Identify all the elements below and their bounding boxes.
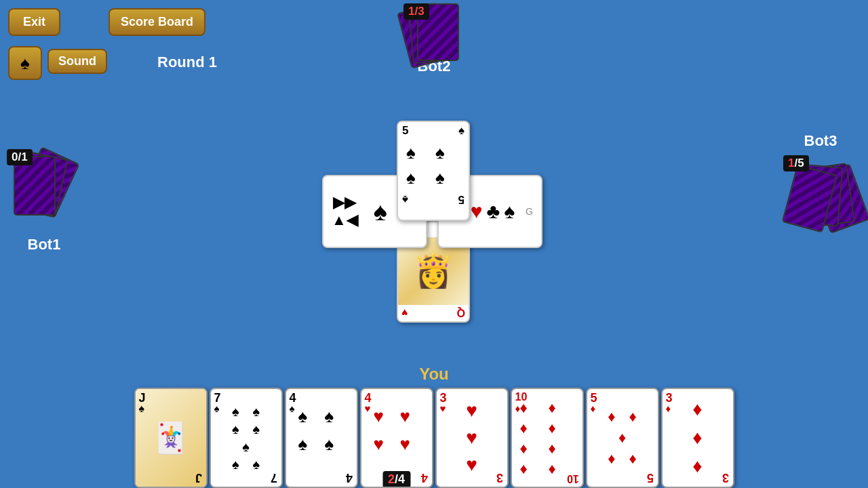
sound-button[interactable]: Sound [47,49,107,74]
player-card-3-diamonds[interactable]: 3 ♦ ♦♦♦ 3 [661,388,734,488]
5spades-suit-top: ♠ [458,124,465,138]
play-area: 5 ♠ ♠♠ ♠♠ 5 ♠ ▶▶ ▲◀ ♠ ◀◀ ◆3 ♥ ♣ [329,121,539,317]
5spades-rank-bottom: 5 [458,192,465,206]
player-card-jack-spades[interactable]: J ♠ 🃏 J [134,388,208,488]
bot3-score-badge: 1/5 [783,155,809,171]
player-card-4-hearts[interactable]: 4 ♥ ♥♥ ♥♥ 4 2/4 [360,388,433,488]
player-card-7-spades[interactable]: 7 ♠ ♠♠ ♠♠ ♠ ♠♠ 7 [210,388,283,488]
bot1-score-badge: 0/1 [7,149,33,165]
spade-icon: ♠ [8,46,42,80]
bot1-label: Bot1 [28,236,61,253]
bot2-card-stack: 1/3 [403,3,465,54]
bot1-area: 0/1 Bot1 [7,149,81,253]
player-card-3-hearts[interactable]: 3 ♥ ♥♥♥ 3 [435,388,509,488]
bot3-card-fan: 1/5 [780,155,861,243]
bot2-score-badge: 1/3 [403,3,429,20]
center-card-5spades: 5 ♠ ♠♠ ♠♠ 5 ♠ [397,121,470,221]
bot3-area: Bot3 1/5 [780,132,861,243]
round-label: Round 1 [157,54,217,71]
player-card-10-diamonds[interactable]: 10 ♦ ♦♦ ♦♦ ♦♦ ♦♦ 10 [511,388,584,488]
player-area: You J ♠ 🃏 J 7 ♠ ♠♠ ♠♠ ♠ ♠♠ 7 4 ♠ ♠♠ [95,365,773,488]
player-card-5-diamonds[interactable]: 5 ♦ ♦♦ ♦ ♦♦ 5 [586,388,659,488]
player-card-4-spades[interactable]: 4 ♠ ♠♠ ♠♠ 4 [285,388,358,488]
5spades-suit-bottom: ♠ [402,192,408,206]
player-score-badge: 2/4 [382,471,410,488]
5spades-rank-top: 5 [402,124,408,138]
scoreboard-button[interactable]: Score Board [108,8,205,36]
bot1-card-fan: 0/1 [7,149,81,230]
player-label: You [419,365,449,384]
player-hand: J ♠ 🃏 J 7 ♠ ♠♠ ♠♠ ♠ ♠♠ 7 4 ♠ ♠♠ ♠♠ 4 [134,388,734,488]
bot3-label: Bot3 [804,132,837,150]
exit-button[interactable]: Exit [8,8,60,36]
bot2-area: 1/3 Bot2 [403,0,465,75]
